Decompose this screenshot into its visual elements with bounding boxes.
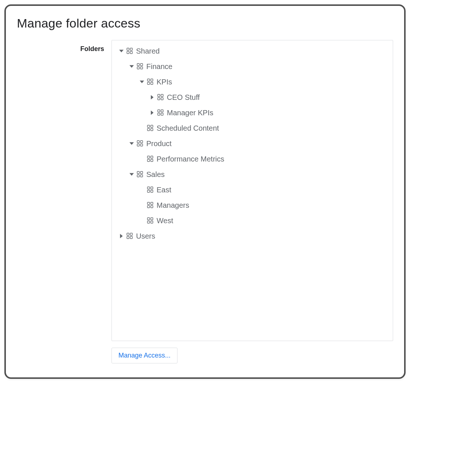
svg-rect-7 <box>140 67 143 69</box>
tree-item-label: CEO Stuff <box>167 93 200 102</box>
dashboard-icon <box>157 93 165 101</box>
svg-rect-46 <box>147 221 150 223</box>
tree-item-label: Scheduled Content <box>157 124 219 133</box>
svg-rect-35 <box>140 175 143 177</box>
svg-rect-40 <box>147 202 150 204</box>
tree-item[interactable]: Sales <box>116 167 389 182</box>
tree-item-label: Shared <box>136 47 160 55</box>
caret-down-icon[interactable] <box>129 141 135 146</box>
svg-rect-37 <box>151 187 153 189</box>
tree-item-label: Manager KPIs <box>167 109 213 117</box>
svg-rect-45 <box>151 218 153 220</box>
dashboard-icon <box>146 78 154 86</box>
svg-rect-8 <box>147 79 150 81</box>
dashboard-icon <box>146 186 154 194</box>
caret-down-icon[interactable] <box>118 48 124 54</box>
svg-rect-41 <box>151 202 153 204</box>
svg-rect-10 <box>147 82 150 84</box>
dashboard-icon <box>126 232 134 240</box>
dashboard-icon <box>136 170 144 178</box>
button-row: Manage Access... <box>111 348 393 363</box>
svg-rect-22 <box>147 128 150 131</box>
svg-rect-36 <box>147 187 150 189</box>
tree-item[interactable]: West <box>116 213 389 228</box>
tree-item[interactable]: Users <box>116 228 389 244</box>
svg-rect-9 <box>151 79 153 81</box>
folders-label-column: Folders <box>17 40 111 53</box>
tree-item[interactable]: CEO Stuff <box>116 90 389 105</box>
tree-item[interactable]: East <box>116 182 389 197</box>
svg-rect-51 <box>130 236 132 239</box>
caret-right-icon[interactable] <box>149 110 155 116</box>
svg-rect-42 <box>147 206 150 208</box>
caret-down-icon[interactable] <box>139 79 145 85</box>
tree-item[interactable]: KPIs <box>116 74 389 90</box>
svg-rect-12 <box>158 94 160 97</box>
tree-item[interactable]: Finance <box>116 59 389 74</box>
svg-rect-3 <box>130 51 132 54</box>
dashboard-icon <box>146 217 154 225</box>
tree-item-label: Finance <box>146 62 172 71</box>
svg-rect-6 <box>137 67 139 69</box>
svg-rect-21 <box>151 125 153 127</box>
svg-rect-18 <box>158 113 160 115</box>
tree-item-label: East <box>157 186 171 194</box>
svg-rect-20 <box>147 125 150 127</box>
svg-rect-19 <box>161 113 163 115</box>
panel-title: Manage folder access <box>17 16 393 30</box>
content-row: Folders SharedFinanceKPIsCEO StuffManage… <box>17 40 393 341</box>
svg-rect-48 <box>127 233 129 235</box>
caret-down-icon[interactable] <box>129 64 135 69</box>
svg-rect-25 <box>140 141 143 143</box>
tree-item[interactable]: Scheduled Content <box>116 120 389 136</box>
svg-rect-24 <box>137 141 139 143</box>
svg-rect-33 <box>140 171 143 174</box>
dashboard-icon <box>146 201 154 209</box>
svg-rect-43 <box>151 206 153 208</box>
manage-folder-access-panel: Manage folder access Folders SharedFinan… <box>4 4 406 379</box>
svg-rect-49 <box>130 233 132 235</box>
svg-rect-39 <box>151 190 153 192</box>
tree-item[interactable]: Managers <box>116 197 389 213</box>
caret-down-icon[interactable] <box>129 171 135 177</box>
svg-rect-1 <box>130 48 132 50</box>
dashboard-icon <box>146 155 154 163</box>
folders-label: Folders <box>80 45 104 52</box>
svg-rect-2 <box>127 51 129 54</box>
svg-rect-14 <box>158 98 160 100</box>
dashboard-icon <box>126 47 134 55</box>
svg-rect-27 <box>140 144 143 146</box>
svg-rect-5 <box>140 64 143 66</box>
tree-item[interactable]: Shared <box>116 43 389 59</box>
svg-rect-50 <box>127 236 129 239</box>
tree-item-label: Sales <box>146 170 165 179</box>
manage-access-button[interactable]: Manage Access... <box>111 348 177 363</box>
svg-rect-31 <box>151 159 153 162</box>
tree-item[interactable]: Manager KPIs <box>116 105 389 120</box>
svg-rect-13 <box>161 94 163 97</box>
svg-rect-29 <box>151 156 153 158</box>
svg-rect-30 <box>147 159 150 162</box>
caret-right-icon[interactable] <box>118 233 124 239</box>
caret-right-icon[interactable] <box>149 94 155 100</box>
tree-item[interactable]: Product <box>116 136 389 151</box>
folder-tree[interactable]: SharedFinanceKPIsCEO StuffManager KPIsSc… <box>111 40 393 341</box>
dashboard-icon <box>136 139 144 148</box>
tree-item-label: Managers <box>157 201 189 210</box>
tree-item-label: West <box>157 217 173 225</box>
svg-rect-15 <box>161 98 163 100</box>
tree-item-label: Performance Metrics <box>157 155 224 163</box>
svg-rect-26 <box>137 144 139 146</box>
svg-rect-44 <box>147 218 150 220</box>
svg-rect-34 <box>137 175 139 177</box>
svg-rect-47 <box>151 221 153 223</box>
dashboard-icon <box>157 109 165 117</box>
tree-item[interactable]: Performance Metrics <box>116 151 389 167</box>
svg-rect-23 <box>151 128 153 131</box>
svg-rect-28 <box>147 156 150 158</box>
tree-item-label: KPIs <box>157 78 172 86</box>
svg-rect-11 <box>151 82 153 84</box>
svg-rect-38 <box>147 190 150 192</box>
svg-rect-0 <box>127 48 129 50</box>
svg-rect-4 <box>137 64 139 66</box>
